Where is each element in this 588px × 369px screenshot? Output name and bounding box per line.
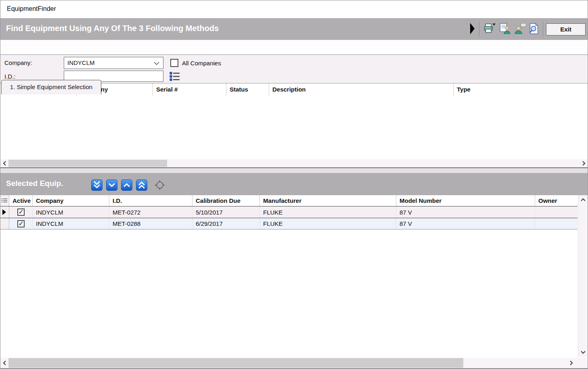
results-grid-body [0,96,588,159]
selected-equip-bar: Selected Equip. [0,173,588,195]
results-column-serial[interactable]: Serial # [153,83,226,96]
section-divider [0,168,588,173]
row-list-icon [2,198,7,204]
row-selector-gutter[interactable] [0,218,9,229]
chevron-up-icon [121,180,132,190]
results-column-description[interactable]: Description [269,83,454,96]
cell-owner [535,218,578,229]
title-bar: EquipmentFinder [0,0,588,18]
person-report-button[interactable] [498,22,511,36]
results-hscrollbar[interactable] [0,159,588,168]
cell-manufacturer: FLUKE [260,206,396,218]
collapse-handle-icon[interactable] [470,23,475,34]
document-magnifier-icon [527,22,540,35]
exit-button[interactable]: Exit [546,23,586,35]
person-speech-icon [514,22,527,35]
scroll-down-button[interactable] [580,349,586,355]
current-row-marker [2,209,6,215]
person-document-icon [498,22,511,35]
scroll-left-button[interactable] [2,360,8,366]
cell-calibration-due: 6/29/2017 [193,218,260,229]
selected-column-owner[interactable]: Owner [535,195,578,206]
selected-column-model-number[interactable]: Model Number [396,195,535,206]
move-up-button[interactable] [121,179,132,191]
cell-company: INDYCLM [33,206,109,218]
scroll-up-button[interactable] [580,197,586,203]
table-row[interactable]: INDYCLM MET-0272 5/10/2017 FLUKE 87 V [0,206,578,218]
printer-icon [483,22,496,35]
id-browse-button[interactable] [169,71,181,82]
selected-column-company[interactable]: Company [33,195,109,206]
cell-id: MET-0272 [109,206,193,218]
selected-column-manufacturer[interactable]: Manufacturer [260,195,396,206]
hscroll-thumb[interactable] [8,358,463,368]
person-query-button[interactable] [514,22,527,36]
active-checkbox[interactable] [17,220,25,227]
cell-owner [535,206,578,218]
scroll-right-button[interactable] [568,360,574,366]
row-selector-gutter[interactable] [0,206,9,218]
chevron-down-icon [107,180,117,190]
tab-simple-equipment-selection[interactable]: 1. Simple Equipment Selection [1,80,101,94]
selected-hscrollbar[interactable] [0,358,577,368]
table-row[interactable]: INDYCLM MET-0288 6/29/2017 FLUKE 87 V [0,218,578,229]
tab-strip: 1. Simple Equipment Selection 2. Advance… [0,40,588,55]
window-title: EquipmentFinder [7,5,56,13]
bulleted-list-icon [169,71,180,81]
document-preview-button[interactable] [527,22,540,36]
selected-column-id[interactable]: I.D. [109,195,193,206]
chevron-down-icon [154,62,159,65]
cell-model-number: 87 V [396,218,535,229]
move-all-up-button[interactable] [136,179,147,191]
selected-column-calibration-due[interactable]: Calibration Due [193,195,260,206]
cell-manufacturer: FLUKE [260,218,396,229]
company-select-value: INDYCLM [67,59,95,66]
equipment-finder-window: EquipmentFinder Find Equipment Using Any… [0,0,588,369]
toolbar-separator [479,21,479,37]
hscroll-thumb[interactable] [8,160,167,167]
page-title: Find Equipment Using Any Of The 3 Follow… [6,24,219,33]
company-select[interactable]: INDYCLM [64,57,163,69]
cell-id: MET-0288 [109,218,193,229]
cell-company: INDYCLM [33,218,109,229]
cell-model-number: 87 V [396,206,535,218]
results-column-status[interactable]: Status [226,83,269,96]
move-all-down-button[interactable] [91,179,103,191]
toolbar-separator [543,21,543,37]
selected-vscrollbar[interactable] [578,195,588,357]
move-down-button[interactable] [106,179,117,191]
crosshair-icon [155,180,165,190]
scroll-left-button[interactable] [2,160,8,167]
simple-selection-panel: Company: INDYCLM All Companies I.D.: [0,54,588,83]
active-checkbox[interactable] [17,208,25,216]
selected-equip-title: Selected Equip. [6,179,63,188]
header-bar: Find Equipment Using Any Of The 3 Follow… [0,18,588,40]
all-companies-label: All Companies [182,60,221,67]
locate-button[interactable] [155,180,165,190]
print-button[interactable] [483,22,496,36]
selected-column-active[interactable]: Active [9,195,33,206]
cell-calibration-due: 5/10/2017 [193,206,260,218]
scrollbar-corner [577,358,588,368]
row-selector-header [0,195,9,206]
id-label: I.D.: [4,73,16,80]
all-companies-checkbox[interactable] [170,59,178,67]
double-chevron-down-icon [92,180,102,190]
results-column-type[interactable]: Type [454,83,588,96]
company-label: Company: [4,59,32,66]
double-chevron-up-icon [136,180,147,190]
scroll-right-button[interactable] [580,160,587,167]
